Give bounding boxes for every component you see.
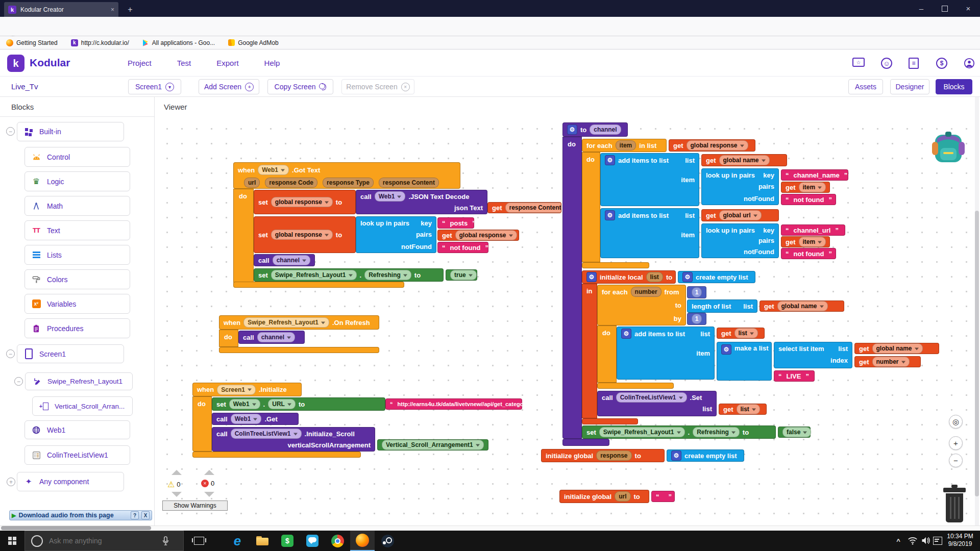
block-length-of-list[interactable]: length of listlist [687, 299, 757, 313]
kodular-logo[interactable]: k [7, 55, 24, 72]
tray-action-center-icon[interactable] [933, 537, 942, 545]
menu-export[interactable]: Export [216, 59, 238, 67]
block-for-each-number[interactable]: for eachnumberfrom to by [597, 285, 686, 325]
block-logic-false[interactable]: false [778, 427, 811, 438]
mutator-gear-icon[interactable]: ⚙ [671, 450, 681, 461]
event-param[interactable]: response Type [323, 178, 374, 188]
block-create-empty-list[interactable]: ⚙create empty list [667, 449, 744, 462]
component-dropdown[interactable]: ColinTreeListView1 [616, 392, 687, 403]
block-when-screen1-initialize[interactable]: whenScreen1.Initialize [192, 383, 302, 396]
block-lookup-pairs[interactable]: look up in pairskey pairs notFound [356, 216, 436, 253]
feedback-icon[interactable]: ☺ [881, 58, 892, 69]
mutator-gear-icon[interactable]: ⚙ [682, 272, 693, 282]
blocks-button[interactable]: Blocks [936, 79, 972, 94]
tab-close-icon[interactable]: × [111, 6, 114, 13]
component-dropdown[interactable]: ColinTreeListView1 [231, 429, 302, 439]
variable-dropdown[interactable]: global name [777, 301, 828, 311]
variable-dropdown[interactable]: global response [271, 197, 333, 207]
variable-dropdown[interactable]: global name [719, 155, 770, 165]
block-string-posts[interactable]: posts [437, 217, 474, 229]
start-button[interactable] [0, 531, 24, 551]
block-call-json-decode[interactable]: callWeb1.JSON Text Decode json Text [356, 190, 487, 214]
variable-dropdown[interactable]: item [799, 182, 826, 192]
event-param[interactable]: response Code [265, 178, 317, 188]
expand-any-component-icon[interactable]: + [7, 478, 15, 486]
bookmark-getting-started[interactable]: Getting Started [6, 39, 58, 46]
tray-hidden-icons-caret[interactable]: ^ [893, 536, 903, 546]
block-get-list[interactable]: getlist [717, 328, 765, 339]
sidebar-item-web1[interactable]: Web1 [24, 420, 130, 439]
sidebar-item-builtin[interactable]: Built-in [17, 122, 124, 141]
earnings-icon[interactable]: $ [936, 58, 947, 69]
download-bar-help-button[interactable]: ? [131, 511, 139, 519]
sidebar-item-math[interactable]: Math [24, 196, 130, 216]
collapse-builtin-icon[interactable]: − [6, 127, 15, 136]
sidebar-item-procedures[interactable]: Procedures [24, 318, 130, 338]
block-lookup-pairs[interactable]: look up in pairskey pairs notFound [701, 223, 779, 258]
zoom-in-button[interactable]: + [949, 436, 963, 450]
canvas-vertical-scrollbar-thumb[interactable] [975, 211, 979, 496]
block-when-web1-got-text[interactable]: whenWeb1.Got Text url response Code resp… [233, 162, 460, 189]
add-screen-button[interactable]: Add Screen+ [199, 79, 259, 94]
block-string-not-found[interactable]: not found [437, 242, 488, 253]
loop-variable[interactable]: item [616, 140, 636, 151]
block-initialize-global-url[interactable]: initialize globalurlto [559, 490, 649, 503]
sidebar-item-logic[interactable]: ♛Logic [24, 171, 130, 191]
block-add-items-to-list[interactable]: ⚙add items to listlist item [600, 153, 699, 206]
menu-project[interactable]: Project [128, 59, 152, 67]
component-dropdown[interactable]: Swipe_Refresh_Layout1 [243, 317, 329, 328]
component-dropdown[interactable]: Web1 [258, 165, 289, 175]
download-bar-close-button[interactable]: X [141, 511, 150, 519]
profile-icon[interactable] [964, 58, 975, 69]
mutator-gear-icon[interactable]: ⚙ [586, 272, 597, 282]
news-icon[interactable]: ≡ [909, 58, 919, 69]
taskbar-messaging-app-icon[interactable] [300, 531, 325, 551]
block-string-url[interactable]: http://earns4u.tk/data/livetvnew//api/ge… [385, 398, 522, 410]
block-number-1[interactable]: 1 [687, 286, 706, 298]
block-set-global-response[interactable]: setglobal responseto [254, 190, 356, 214]
sidebar-item-lists[interactable]: Lists [24, 245, 130, 265]
block-get-global-response[interactable]: getglobal response [437, 230, 519, 241]
block-lookup-pairs[interactable]: look up in pairskey pairs notFound [701, 168, 779, 205]
variable-dropdown[interactable]: global name [872, 343, 923, 354]
logic-dropdown[interactable]: true [450, 270, 477, 280]
component-dropdown[interactable]: Vertical_Scroll_Arrangement1 [382, 440, 484, 450]
recenter-blocks-button[interactable]: ◎ [949, 415, 963, 429]
show-warnings-button[interactable]: Show Warnings [162, 500, 228, 511]
taskbar-file-explorer-icon[interactable] [250, 531, 275, 551]
taskbar-edge-icon[interactable]: e [225, 531, 250, 551]
sidebar-item-vertical-scroll-arrangement1[interactable]: +Vertical_Scroll_Arran... [32, 396, 133, 416]
mutator-gear-icon[interactable]: ⚙ [721, 344, 731, 355]
global-variable[interactable]: response [596, 450, 631, 461]
task-view-button[interactable] [187, 531, 211, 551]
menu-help[interactable]: Help [264, 59, 280, 67]
sidebar-item-swipe-refresh-layout1[interactable]: Swipe_Refresh_Layout1 [25, 372, 133, 390]
procedure-dropdown[interactable]: channel [273, 255, 310, 265]
event-param[interactable]: url [244, 178, 260, 188]
block-get-global-name[interactable]: getglobal name [854, 343, 939, 354]
collapse-swipe-layout-icon[interactable]: − [14, 377, 23, 386]
page-horizontal-scrollbar-thumb[interactable] [1, 526, 151, 530]
taskbar-money-app-icon[interactable]: $ [275, 531, 300, 551]
block-call-web1-get[interactable]: callWeb1.Get [212, 413, 299, 425]
variable-dropdown[interactable]: number [872, 357, 910, 367]
block-make-a-list[interactable]: ⚙make a list [717, 342, 772, 381]
block-set-global-response[interactable]: setglobal responseto [254, 216, 356, 253]
collapse-screen1-icon[interactable]: − [6, 349, 15, 358]
block-get-item[interactable]: getitem [781, 182, 830, 193]
variable-dropdown[interactable]: global url [719, 210, 762, 220]
variable-dropdown[interactable]: global response [687, 140, 748, 151]
window-minimize-button[interactable]: – [910, 0, 933, 17]
variable-dropdown[interactable]: global response [271, 230, 333, 240]
taskbar-steam-icon[interactable] [375, 531, 400, 551]
block-to-channel[interactable]: ⚙tochannel [562, 122, 628, 137]
block-call-channel[interactable]: callchannel [238, 331, 305, 344]
block-get-global-name[interactable]: getglobal name [760, 300, 844, 312]
sidebar-item-text[interactable]: TTText [24, 220, 130, 240]
block-get-global-name[interactable]: getglobal name [701, 154, 787, 166]
copy-screen-button[interactable]: Copy Screen [267, 79, 333, 94]
variable-dropdown[interactable]: response Content [505, 203, 562, 213]
component-dropdown[interactable]: Web1 [229, 399, 260, 409]
logic-dropdown[interactable]: false [782, 427, 811, 437]
block-get-response-content[interactable]: getresponse Content [487, 202, 561, 213]
